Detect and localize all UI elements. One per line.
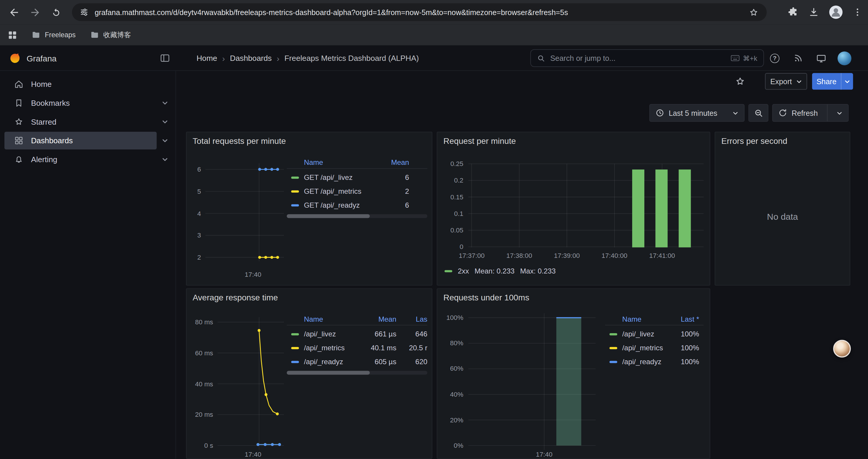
- sidebar-item-alerting[interactable]: Alerting: [0, 150, 176, 169]
- legend-col-mean[interactable]: Mean: [363, 315, 396, 323]
- chevron-down-icon: [733, 110, 739, 116]
- legend-table: Name Last * /api/_livez 100% /api/_metri…: [605, 314, 704, 369]
- chevron-down-icon[interactable]: [162, 100, 168, 106]
- apps-grid-icon[interactable]: [8, 30, 17, 40]
- series-color-dash: [610, 361, 617, 363]
- folder-icon: [32, 30, 40, 39]
- legend-series-value: 2: [380, 187, 409, 195]
- legend-series-name[interactable]: /api/_livez: [622, 330, 673, 338]
- chevron-down-icon[interactable]: [162, 137, 168, 144]
- sidebar-label: Bookmarks: [31, 99, 70, 107]
- user-avatar[interactable]: [838, 52, 851, 65]
- legend-col-mean[interactable]: Mean: [380, 158, 409, 167]
- sidebar-item-home[interactable]: Home: [0, 75, 176, 94]
- legend-scrollbar[interactable]: [287, 214, 370, 218]
- legend-col-name[interactable]: Name: [622, 315, 673, 323]
- legend-series-last: 100%: [673, 344, 699, 352]
- time-range-picker[interactable]: Last 5 minutes: [649, 104, 745, 122]
- chevron-down-icon[interactable]: [162, 119, 168, 125]
- legend-series-value: 6: [380, 201, 409, 209]
- address-bar[interactable]: grafana.mathmast.com/d/deytv4rwavabkb/fr…: [72, 3, 767, 21]
- bookmark-folder-freeleaps[interactable]: Freeleaps: [32, 30, 75, 39]
- export-button[interactable]: Export: [765, 73, 807, 90]
- dock-menu-icon[interactable]: [159, 53, 170, 64]
- x-tick: 17:38:00: [495, 252, 543, 260]
- screen: grafana.mathmast.com/d/deytv4rwavabkb/fr…: [0, 0, 868, 459]
- news-rss-icon[interactable]: [793, 45, 803, 71]
- forward-icon[interactable]: [29, 6, 41, 18]
- favorite-star-icon[interactable]: [735, 76, 745, 87]
- browser-menu-icon[interactable]: [852, 7, 863, 17]
- folder-icon: [90, 30, 99, 39]
- reload-icon[interactable]: [50, 6, 62, 18]
- search-placeholder: Search or jump to...: [550, 54, 615, 62]
- legend-row: GET /api/_readyz 6: [287, 198, 428, 212]
- refresh-button[interactable]: Refresh: [772, 104, 849, 122]
- legend-row: /api/_readyz 100%: [605, 355, 704, 369]
- legend-series-name[interactable]: 2xx: [458, 267, 469, 275]
- url-text[interactable]: grafana.mathmast.com/d/deytv4rwavabkb/fr…: [95, 8, 748, 16]
- grafana-brand[interactable]: Grafana: [27, 45, 57, 71]
- breadcrumb-home[interactable]: Home: [196, 54, 217, 63]
- panel-total-requests: Total requests per minute 6 5 4 3 2 17:4…: [186, 132, 433, 286]
- bookmark-folder-blogs[interactable]: 收藏博客: [90, 30, 131, 40]
- panel-title[interactable]: Errors per second: [721, 136, 787, 145]
- legend-series-name[interactable]: /api/_readyz: [622, 357, 673, 366]
- bookmark-star-icon[interactable]: [748, 7, 759, 18]
- back-icon[interactable]: [8, 6, 20, 18]
- panel-requests-under-100ms: Requests under 100ms 100% 80% 60% 40% 20…: [437, 288, 710, 459]
- panel-request-per-minute: Request per minute 0.25 0.2 0.15 0.1 0.0…: [437, 132, 710, 286]
- legend-series-name[interactable]: /api/_readyz: [304, 357, 363, 366]
- legend-header: Name Mean Las: [287, 314, 428, 326]
- grafana-logo-icon[interactable]: [9, 52, 21, 64]
- legend-series-name[interactable]: /api/_metrics: [622, 344, 673, 352]
- x-tick: 17:41:00: [638, 252, 686, 260]
- legend-series-name[interactable]: /api/_metrics: [304, 344, 363, 352]
- legend-series-name[interactable]: GET /api/_livez: [304, 173, 380, 182]
- monitor-icon[interactable]: [816, 45, 827, 71]
- share-menu-chevron[interactable]: [841, 73, 853, 90]
- legend-col-last[interactable]: Last *: [673, 315, 699, 323]
- chevron-down-icon: [836, 110, 843, 116]
- legend-series-last: 20.5 r: [397, 344, 428, 352]
- legend-series-last: 646: [397, 330, 428, 338]
- share-button[interactable]: Share: [812, 73, 853, 90]
- panel-errors-per-second: Errors per second No data: [715, 132, 850, 286]
- clock-icon: [655, 108, 664, 117]
- divider: [827, 104, 828, 121]
- floating-avatar[interactable]: [833, 340, 851, 357]
- bookmark-label: Freeleaps: [45, 31, 75, 39]
- extensions-icon[interactable]: [788, 6, 799, 18]
- sidebar-item-dashboards[interactable]: Dashboards: [0, 131, 176, 150]
- help-icon[interactable]: ?: [770, 45, 779, 71]
- y-tick: 80%: [450, 338, 463, 348]
- chevron-down-icon[interactable]: [162, 156, 168, 162]
- legend-scrollbar[interactable]: [287, 371, 370, 374]
- site-settings-icon[interactable]: [80, 8, 89, 17]
- zoom-out-icon: [754, 108, 763, 118]
- browser-profile-avatar[interactable]: [829, 5, 843, 20]
- breadcrumb-dashboards[interactable]: Dashboards: [230, 54, 272, 63]
- y-tick: 0%: [454, 440, 463, 451]
- zoom-out-button[interactable]: [748, 104, 768, 122]
- x-axis-label: 17:40: [528, 451, 561, 458]
- y-tick: 40%: [450, 389, 463, 399]
- legend-series-value: 6: [380, 173, 409, 182]
- downloads-icon[interactable]: [808, 6, 819, 18]
- sidebar-item-starred[interactable]: Starred: [0, 112, 176, 131]
- y-tick: 60 ms: [195, 348, 213, 358]
- legend-mean: Mean: 0.233: [474, 267, 514, 275]
- y-tick: 0 s: [204, 440, 213, 451]
- breadcrumb-separator: ›: [277, 54, 279, 63]
- legend-series-name[interactable]: GET /api/_metrics: [304, 187, 380, 195]
- search-icon: [537, 54, 546, 62]
- legend-col-name[interactable]: Name: [304, 315, 363, 323]
- search-input[interactable]: Search or jump to... ⌘+k: [530, 49, 764, 67]
- legend-series-mean: 661 µs: [363, 330, 396, 338]
- legend-col-last[interactable]: Las: [397, 315, 428, 323]
- legend-col-name[interactable]: Name: [304, 158, 380, 167]
- legend-series-name[interactable]: GET /api/_readyz: [304, 201, 380, 209]
- legend-series-name[interactable]: /api/_livez: [304, 330, 363, 338]
- grafana-header: Grafana Home › Dashboards › Freeleaps Me…: [0, 45, 868, 71]
- sidebar-item-bookmarks[interactable]: Bookmarks: [0, 94, 176, 112]
